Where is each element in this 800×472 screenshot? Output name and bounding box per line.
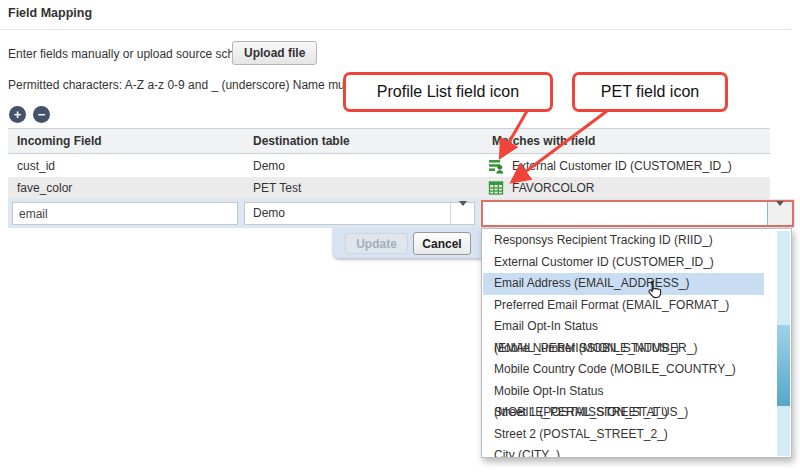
pet-field-icon (488, 180, 504, 196)
dropdown-item[interactable]: Mobile Number (MOBILE_NUMBER_) (483, 338, 764, 360)
combobox-dropdown-button[interactable] (767, 202, 792, 225)
match-field-combobox[interactable] (481, 200, 794, 227)
dropdown-item[interactable]: Street 2 (POSTAL_STREET_2_) (483, 424, 764, 446)
destination-table-cell: Demo (240, 159, 485, 173)
match-field-dropdown-list: Responsys Recipient Tracking ID (RIID_) … (481, 228, 792, 458)
table-header: Incoming Field Destination table Matches… (8, 128, 770, 154)
matches-with-field-cell: FAVORCOLOR (485, 180, 770, 196)
plus-icon: + (14, 107, 22, 122)
dropdown-item[interactable]: Email Address (EMAIL_ADDRESS_) (483, 273, 764, 295)
dropdown-item[interactable]: Mobile Country Code (MOBILE_COUNTRY_) (483, 359, 764, 381)
callout-label: Profile List field icon (377, 83, 519, 101)
incoming-field-input[interactable] (12, 202, 238, 225)
incoming-field-cell: cust_id (8, 159, 240, 173)
add-field-button[interactable]: + (9, 106, 26, 123)
incoming-field-cell: fave_color (8, 181, 240, 195)
combobox-dropdown-button[interactable] (450, 203, 474, 224)
cancel-button[interactable]: Cancel (413, 232, 471, 255)
matches-with-field-cell: External Customer ID (CUSTOMER_ID_) (485, 158, 770, 174)
dropdown-scrollbar-track[interactable] (777, 231, 790, 456)
column-header-matches-with-field: Matches with field (485, 134, 770, 148)
dropdown-item[interactable]: City (CITY_) (483, 445, 764, 458)
dropdown-scrollbar-thumb[interactable] (777, 325, 790, 406)
callout-pet-field-icon: PET field icon (572, 72, 728, 112)
dropdown-item[interactable]: Mobile Opt-In Status (MOBILE_PERMISSION_… (483, 381, 764, 403)
dropdown-item[interactable]: Email Opt-In Status (EMAIL_PERMISSION_ST… (483, 316, 764, 338)
upload-file-button[interactable]: Upload file (232, 41, 317, 65)
profile-list-field-icon (488, 158, 504, 174)
callout-profile-list-field-icon: Profile List field icon (343, 72, 553, 112)
header-divider (0, 29, 791, 30)
update-button[interactable]: Update (345, 233, 408, 254)
field-mapping-screen: Field Mapping Enter fields manually or u… (0, 0, 800, 472)
minus-icon: − (38, 107, 46, 122)
match-field-label: FAVORCOLOR (512, 181, 594, 195)
dropdown-item[interactable]: External Customer ID (CUSTOMER_ID_) (483, 252, 764, 274)
table-row[interactable]: cust_id Demo External Customer ID (CUSTO… (8, 154, 770, 177)
dropdown-item[interactable]: Responsys Recipient Tracking ID (RIID_) (483, 230, 764, 252)
dropdown-item[interactable]: Preferred Email Format (EMAIL_FORMAT_) (483, 295, 764, 317)
table-row[interactable]: fave_color PET Test FAVORCOLOR (8, 177, 770, 199)
destination-table-cell: PET Test (240, 181, 485, 195)
callout-label: PET field icon (601, 83, 699, 101)
combobox-selected-value: Demo (253, 203, 285, 224)
match-field-input[interactable] (483, 202, 767, 225)
remove-field-button[interactable]: − (33, 106, 50, 123)
dropdown-caret-icon (776, 206, 784, 221)
dropdown-caret-icon (459, 206, 467, 221)
page-title: Field Mapping (8, 6, 92, 20)
column-header-incoming-field: Incoming Field (8, 134, 240, 148)
dropdown-item[interactable]: Street 1 (POSTAL_STREET_1_) (483, 402, 764, 424)
match-field-label: External Customer ID (CUSTOMER_ID_) (512, 159, 732, 173)
column-header-destination-table: Destination table (240, 134, 485, 148)
destination-table-combobox[interactable]: Demo (244, 202, 475, 225)
